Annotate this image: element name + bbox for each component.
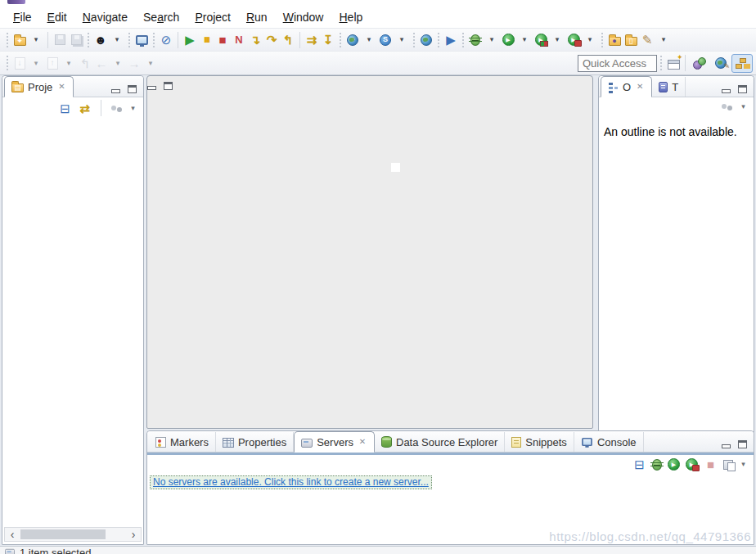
forward-dropdown[interactable]: ▾ bbox=[142, 53, 159, 73]
filters-icon[interactable] bbox=[110, 104, 123, 113]
tab-outline[interactable]: O ✕ bbox=[601, 76, 652, 97]
tab-project-explorer[interactable]: ▤ Proje ✕ bbox=[4, 76, 74, 97]
outline-tab-icon bbox=[608, 82, 619, 92]
link-with-editor-icon[interactable]: ⇄ bbox=[78, 101, 92, 115]
scrollbar-thumb[interactable] bbox=[20, 529, 106, 539]
forward-button[interactable]: → bbox=[126, 53, 142, 73]
coverage-button[interactable]: ▶ bbox=[533, 30, 549, 50]
horizontal-scrollbar[interactable]: ‹ › bbox=[4, 527, 142, 542]
step-into-button[interactable]: ↴ bbox=[247, 30, 263, 50]
menu-file[interactable]: File bbox=[7, 9, 38, 25]
new-web-service-button[interactable]: S bbox=[377, 30, 394, 50]
stop-server-icon[interactable]: ■ bbox=[704, 457, 718, 471]
coverage-dropdown[interactable]: ▾ bbox=[549, 30, 565, 50]
run-on-server-button[interactable]: ▶ bbox=[443, 30, 459, 50]
minimize-icon[interactable] bbox=[722, 444, 731, 448]
export-folder-button[interactable]: ▯ bbox=[623, 30, 639, 50]
maximize-icon[interactable] bbox=[164, 82, 173, 90]
profile-dropdown[interactable]: ▾ bbox=[582, 30, 598, 50]
minimize-icon[interactable] bbox=[111, 89, 120, 93]
new-wizard-button[interactable]: ✦ bbox=[11, 30, 28, 50]
maximize-icon[interactable] bbox=[738, 85, 747, 93]
menu-window[interactable]: Window bbox=[277, 9, 331, 25]
collapse-all-icon[interactable]: ⊟ bbox=[632, 457, 646, 471]
import-folder-button[interactable]: ● bbox=[606, 30, 623, 50]
menu-project[interactable]: Project bbox=[188, 9, 237, 25]
skip-all-breakpoints-button[interactable]: ⊘ bbox=[158, 30, 174, 50]
maximize-icon[interactable] bbox=[128, 85, 137, 93]
maximize-icon[interactable] bbox=[738, 440, 747, 448]
save-all-button[interactable] bbox=[68, 30, 84, 50]
profile-server-icon[interactable]: ▶ bbox=[686, 458, 698, 471]
project-explorer-body bbox=[2, 119, 143, 511]
new-web-project-dropdown[interactable]: ▾ bbox=[361, 30, 377, 50]
web-perspective-button[interactable] bbox=[710, 54, 731, 73]
scroll-right-icon[interactable]: › bbox=[128, 529, 139, 540]
menu-run[interactable]: Run bbox=[240, 9, 274, 25]
suspend-icon: ▮▮ bbox=[200, 33, 214, 47]
create-new-server-link[interactable]: No servers are available. Click this lin… bbox=[150, 475, 432, 489]
open-web-browser-button[interactable] bbox=[418, 30, 434, 50]
menu-search[interactable]: Search bbox=[137, 9, 186, 25]
next-annotation-dropdown[interactable]: ▾ bbox=[28, 53, 44, 73]
debug-server-icon[interactable] bbox=[652, 459, 662, 471]
last-edit-location-button[interactable]: ↰ bbox=[77, 53, 93, 73]
debug-button[interactable] bbox=[467, 30, 484, 50]
previous-annotation-button[interactable]: ↑ bbox=[44, 53, 61, 73]
step-return-button[interactable]: ↰ bbox=[280, 30, 296, 50]
tab-properties[interactable]: Properties bbox=[216, 432, 294, 452]
external-tools-dropdown[interactable]: ▾ bbox=[655, 30, 672, 50]
tab-servers[interactable]: Servers ✕ bbox=[294, 431, 375, 453]
step-over-button[interactable]: ↷ bbox=[263, 30, 280, 50]
previous-annotation-dropdown[interactable]: ▾ bbox=[61, 53, 77, 73]
view-menu-icon[interactable]: ▾ bbox=[128, 101, 137, 115]
servers-view-body: No servers are available. Click this lin… bbox=[147, 474, 754, 489]
java-perspective-button[interactable] bbox=[689, 54, 710, 73]
open-perspective-button[interactable] bbox=[665, 53, 682, 73]
tab-snippets[interactable]: Snippets bbox=[505, 432, 574, 452]
new-web-project-button[interactable]: ✦ bbox=[344, 30, 361, 50]
minimize-icon[interactable] bbox=[147, 86, 156, 90]
view-menu-icon[interactable]: ▾ bbox=[739, 100, 748, 114]
tab-data-source-explorer[interactable]: Data Source Explorer bbox=[375, 432, 505, 452]
filters-icon[interactable] bbox=[721, 102, 733, 111]
menu-navigate[interactable]: Navigate bbox=[76, 9, 134, 25]
publish-server-icon[interactable] bbox=[723, 460, 733, 470]
collapse-all-icon[interactable]: ⊟ bbox=[58, 101, 72, 115]
new-web-service-dropdown[interactable]: ▾ bbox=[394, 30, 410, 50]
quick-access-input[interactable] bbox=[578, 55, 657, 72]
user-profile-button[interactable]: ☻ bbox=[92, 30, 109, 50]
external-tools-button[interactable]: ✎ bbox=[639, 30, 655, 50]
save-button[interactable] bbox=[52, 30, 68, 50]
run-button[interactable]: ▶ bbox=[500, 30, 516, 50]
suspend-button[interactable]: ▮▮ bbox=[198, 30, 214, 50]
back-dropdown[interactable]: ▾ bbox=[110, 53, 126, 73]
user-profile-dropdown[interactable]: ▾ bbox=[109, 30, 125, 50]
menu-edit[interactable]: Edit bbox=[41, 9, 74, 25]
drop-to-frame-button[interactable]: ↧ bbox=[320, 30, 336, 50]
start-server-icon[interactable]: ▶ bbox=[668, 458, 680, 471]
run-dropdown[interactable]: ▾ bbox=[516, 30, 533, 50]
close-icon[interactable]: ✕ bbox=[56, 80, 66, 94]
scroll-left-icon[interactable]: ‹ bbox=[7, 529, 18, 540]
minimize-icon[interactable] bbox=[722, 89, 731, 93]
view-menu-icon[interactable]: ▾ bbox=[739, 457, 748, 471]
menu-help[interactable]: Help bbox=[332, 9, 369, 25]
tab-console[interactable]: Console bbox=[574, 432, 644, 452]
javaee-perspective-button[interactable] bbox=[731, 54, 753, 73]
debug-dropdown[interactable]: ▾ bbox=[484, 30, 500, 50]
new-wizard-dropdown[interactable]: ▾ bbox=[28, 30, 44, 50]
resume-button[interactable]: ▶ bbox=[182, 30, 198, 50]
close-icon[interactable]: ✕ bbox=[358, 435, 367, 449]
chevron-down-icon: ▾ bbox=[398, 33, 407, 47]
use-step-filters-button[interactable]: ⇉ bbox=[304, 30, 320, 50]
disconnect-button[interactable]: N bbox=[231, 30, 247, 50]
open-terminal-button[interactable] bbox=[133, 30, 150, 50]
profile-button[interactable]: ▶ bbox=[565, 30, 582, 50]
terminate-button[interactable]: ■ bbox=[214, 30, 231, 50]
back-button[interactable]: ← bbox=[93, 53, 110, 73]
close-icon[interactable]: ✕ bbox=[635, 80, 645, 94]
tab-task-list[interactable]: T bbox=[652, 77, 686, 97]
next-annotation-button[interactable]: ↓ bbox=[11, 53, 28, 73]
tab-markers[interactable]: Markers bbox=[149, 432, 216, 452]
